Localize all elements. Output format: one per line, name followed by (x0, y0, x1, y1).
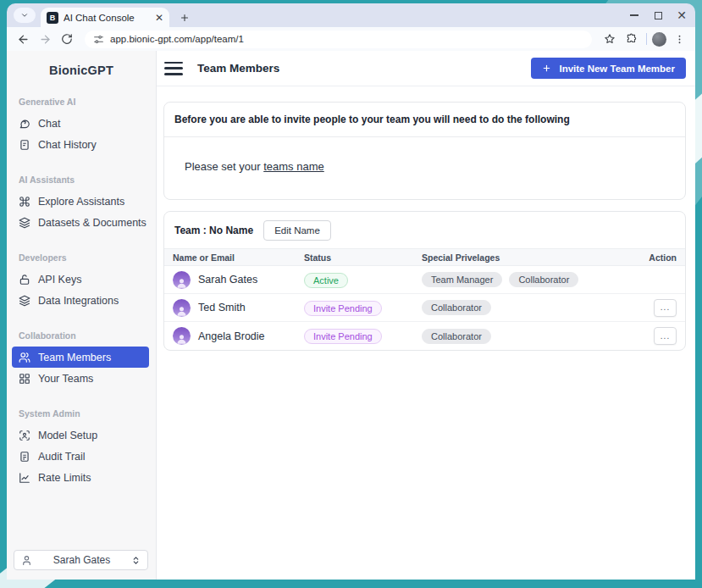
table-row: Sarah Gates Active Team Manager Collabor… (164, 266, 685, 294)
edit-name-button[interactable]: Edit Name (263, 220, 331, 241)
user-icon (21, 555, 32, 566)
invite-new-team-member-button[interactable]: Invite New Team Member (531, 58, 686, 79)
status-badge: Invite Pending (304, 329, 382, 344)
privilege-badge: Collaborator (422, 329, 491, 344)
team-card-header: Team : No Name Edit Name (164, 212, 685, 248)
sidebar-item-model-setup[interactable]: Model Setup (12, 424, 149, 446)
browser-tab[interactable]: B AI Chat Console ✕ (41, 8, 169, 27)
extensions-button[interactable] (622, 30, 641, 48)
reload-button[interactable] (58, 30, 76, 48)
sidebar-item-chat-history[interactable]: Chat History (12, 134, 149, 155)
grid-icon (19, 373, 30, 385)
notice-heading: Before you are able to invite people to … (164, 103, 685, 137)
star-icon (604, 33, 616, 45)
maximize-button[interactable] (651, 8, 665, 22)
brand-logo: BionicGPT (7, 51, 156, 77)
close-button[interactable]: ✕ (675, 8, 688, 22)
puzzle-icon (626, 33, 638, 45)
plus-icon (180, 13, 190, 23)
back-button[interactable] (14, 30, 32, 48)
command-icon (19, 196, 30, 208)
member-avatar (173, 327, 191, 345)
current-user-name: Sarah Gates (32, 554, 131, 566)
notice-body: Please set your teams name (164, 137, 685, 199)
hamburger-menu-icon[interactable] (164, 62, 183, 75)
sidebar-item-label: Explore Assistants (38, 196, 124, 208)
browser-menu-button[interactable] (670, 30, 688, 48)
user-icon (175, 304, 188, 317)
page-title: Team Members (197, 62, 279, 75)
column-status: Status (304, 252, 422, 263)
address-bar[interactable]: app.bionic-gpt.com/app/team/1 (85, 31, 592, 48)
sidebar-item-rate-limits[interactable]: Rate Limits (12, 467, 149, 488)
sidebar-item-api-keys[interactable]: API Keys (12, 269, 149, 290)
tab-search-button[interactable] (14, 8, 36, 23)
kebab-menu-icon (674, 34, 685, 45)
section-generative-ai: Generative AI (19, 97, 142, 107)
sidebar-item-label: Team Members (38, 352, 111, 363)
row-actions-button[interactable]: ... (654, 299, 677, 317)
sidebar-item-label: API Keys (38, 274, 81, 286)
tab-title: AI Chat Console (64, 13, 150, 23)
profile-avatar[interactable] (652, 32, 666, 47)
user-switcher[interactable]: Sarah Gates (14, 550, 148, 570)
sidebar-item-label: Datasets & Documents (38, 217, 146, 229)
sidebar-item-label: Audit Trail (38, 451, 86, 463)
scan-face-icon (19, 430, 30, 441)
audit-trail-icon (19, 451, 30, 463)
reload-icon (61, 33, 73, 45)
chat-icon (19, 118, 30, 130)
sidebar-item-audit-trail[interactable]: Audit Trail (12, 446, 149, 467)
team-members-card: Team : No Name Edit Name Name or Email S… (163, 211, 686, 351)
row-actions-button[interactable]: ... (654, 327, 677, 345)
section-system-admin: System Admin (19, 408, 142, 419)
sidebar-item-chat[interactable]: Chat (12, 113, 149, 134)
sidebar: BionicGPT Generative AI Chat Chat Histor… (7, 51, 157, 580)
site-favicon: B (47, 12, 58, 24)
column-name-or-email: Name or Email (173, 252, 304, 263)
member-name: Ted Smith (198, 302, 246, 313)
users-icon (19, 352, 30, 363)
arrow-left-icon (17, 33, 30, 46)
desktop-wallpaper: B AI Chat Console ✕ ✕ (0, 0, 702, 588)
sidebar-nav: Generative AI Chat Chat History AI Assis… (7, 97, 156, 488)
sidebar-item-datasets-documents[interactable]: Datasets & Documents (12, 212, 149, 233)
arrow-right-icon (39, 33, 52, 46)
lock-icon (19, 274, 30, 286)
member-avatar (173, 271, 191, 289)
layers-icon (19, 217, 30, 229)
chevrons-up-down-icon (131, 556, 141, 565)
sidebar-item-data-integrations[interactable]: Data Integrations (12, 290, 149, 311)
bookmark-star-button[interactable] (600, 30, 619, 48)
member-name: Sarah Gates (198, 274, 257, 286)
section-ai-assistants: AI Assistants (19, 175, 142, 185)
tab-close-icon[interactable]: ✕ (155, 13, 163, 23)
sidebar-item-label: Chat (38, 118, 60, 130)
chat-history-icon (19, 139, 30, 151)
browser-toolbar: app.bionic-gpt.com/app/team/1 (7, 27, 695, 51)
table-row: Angela Brodie Invite Pending Collaborato… (164, 322, 685, 350)
teams-name-link[interactable]: teams name (263, 160, 324, 173)
member-name: Angela Brodie (198, 330, 265, 342)
new-tab-button[interactable] (176, 9, 193, 26)
column-special-privileges: Special Privelages (422, 252, 634, 263)
sidebar-item-your-teams[interactable]: Your Teams (12, 368, 149, 389)
team-name-label: Team : No Name (174, 225, 253, 236)
privilege-badge: Collaborator (422, 300, 491, 315)
column-action: Action (634, 252, 677, 263)
setup-notice-card: Before you are able to invite people to … (163, 102, 686, 200)
layers-icon (19, 295, 30, 307)
status-badge: Active (304, 273, 348, 288)
table-row: Ted Smith Invite Pending Collaborator ..… (164, 294, 685, 322)
forward-button[interactable] (36, 30, 54, 48)
sidebar-item-team-members[interactable]: Team Members (12, 347, 149, 368)
sidebar-item-explore-assistants[interactable]: Explore Assistants (12, 191, 149, 212)
sidebar-item-label: Your Teams (38, 373, 93, 385)
page-header: Team Members Invite New Team Member (157, 51, 695, 86)
minimize-button[interactable] (627, 8, 641, 22)
sidebar-item-label: Chat History (38, 139, 97, 151)
browser-window: B AI Chat Console ✕ ✕ (7, 3, 695, 580)
status-badge: Invite Pending (304, 301, 382, 316)
sidebar-item-label: Data Integrations (38, 295, 119, 307)
section-collaboration: Collaboration (19, 330, 142, 341)
